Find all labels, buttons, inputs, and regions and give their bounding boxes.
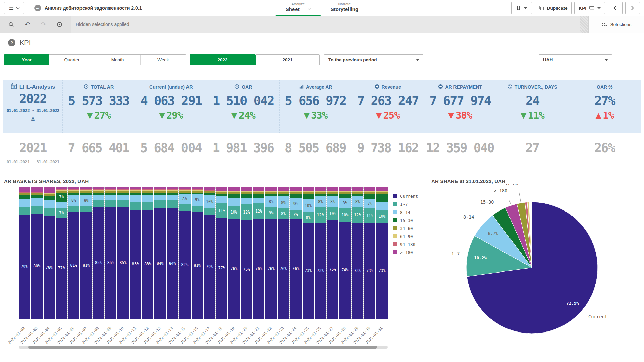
comparison-dropdown[interactable]: To the previous period	[324, 54, 423, 65]
bar-column[interactable]: 8%12%73%	[315, 187, 326, 319]
bar-segment[interactable]	[142, 193, 154, 195]
bar-segment[interactable]	[303, 187, 314, 191]
bar-segment[interactable]	[339, 187, 351, 191]
bar-segment[interactable]	[142, 195, 154, 202]
bar-segment[interactable]	[228, 194, 240, 198]
legend-item-31-60[interactable]: 31-60	[393, 224, 418, 232]
bar-column[interactable]: 8%12%73%	[352, 187, 363, 319]
bar-column[interactable]: 84%	[154, 187, 166, 319]
bar-segment[interactable]	[179, 204, 191, 211]
bar-segment[interactable]: 76%	[265, 219, 277, 319]
bar-segment[interactable]	[290, 187, 302, 191]
bar-segment[interactable]	[303, 194, 314, 199]
bar-column[interactable]: 12%76%	[253, 187, 265, 319]
bar-segment[interactable]	[130, 193, 141, 195]
bar-segment[interactable]	[19, 187, 30, 192]
legend-item-8-14[interactable]: 8-14	[393, 208, 418, 216]
bar-segment[interactable]	[265, 187, 277, 191]
filter-button-week[interactable]: Week	[140, 55, 186, 65]
bar-segment[interactable]	[19, 195, 30, 199]
year-button-2021[interactable]: 2021	[256, 54, 320, 65]
bar-column[interactable]: 85%	[93, 187, 104, 319]
bar-segment[interactable]: 78%	[44, 216, 55, 319]
bar-segment[interactable]	[19, 199, 30, 207]
global-menu-button[interactable]: ☰	[4, 2, 24, 14]
bar-segment[interactable]: 10%	[303, 199, 314, 212]
bar-segment[interactable]: 84%	[167, 208, 178, 319]
bar-segment[interactable]	[204, 187, 215, 190]
selections-tool-button[interactable]: Selections	[588, 16, 644, 33]
bar-segment[interactable]: 76%	[290, 219, 302, 319]
bar-segment[interactable]	[241, 198, 252, 204]
bar-segment[interactable]	[315, 187, 326, 191]
bar-segment[interactable]: 73%	[303, 223, 314, 319]
bar-column[interactable]: 9%81%	[192, 187, 203, 319]
bar-segment[interactable]: 8%	[179, 194, 191, 204]
bar-segment[interactable]: 76%	[278, 219, 289, 319]
help-icon[interactable]: ?	[8, 39, 15, 46]
bar-segment[interactable]: 11%	[216, 203, 227, 218]
bar-segment[interactable]	[290, 194, 302, 198]
bar-segment[interactable]	[265, 194, 277, 197]
bar-column[interactable]: 10%73%	[376, 187, 388, 319]
bar-column[interactable]: 12%75%	[241, 187, 252, 319]
bar-segment[interactable]: 8%	[339, 198, 351, 208]
bar-segment[interactable]	[117, 200, 129, 207]
bar-segment[interactable]	[93, 195, 104, 200]
scrollbar-thumb[interactable]	[28, 346, 377, 349]
bar-column[interactable]: 8%10%75%	[327, 187, 338, 319]
bar-segment[interactable]	[105, 200, 116, 207]
bar-column[interactable]: 8%82%	[179, 187, 191, 319]
bar-segment[interactable]	[364, 187, 375, 191]
bar-column[interactable]: 83%	[130, 187, 141, 319]
bar-segment[interactable]: 8%	[303, 212, 314, 223]
bar-segment[interactable]	[253, 198, 265, 203]
bar-segment[interactable]: 10%	[339, 208, 351, 222]
bar-segment[interactable]	[327, 194, 338, 197]
bar-segment[interactable]: 7%	[364, 199, 375, 208]
bar-column[interactable]: 8%10%74%	[339, 187, 351, 319]
next-sheet-button[interactable]	[625, 2, 640, 14]
legend-item-91-180[interactable]: 91-180	[393, 240, 418, 248]
filter-button-month[interactable]: Month	[95, 55, 140, 65]
bar-segment[interactable]	[253, 187, 265, 191]
bar-segment[interactable]	[216, 196, 227, 203]
bar-segment[interactable]	[278, 194, 289, 197]
bar-segment[interactable]: 79%	[19, 215, 30, 319]
bar-segment[interactable]	[216, 194, 227, 197]
bar-segment[interactable]: 81%	[68, 212, 79, 319]
bar-segment[interactable]: 73%	[376, 223, 388, 319]
bar-column[interactable]: 10%79%	[204, 187, 215, 319]
bar-segment[interactable]: 79%	[204, 215, 215, 319]
bar-segment[interactable]	[376, 202, 388, 210]
bar-segment[interactable]: 9%	[192, 194, 203, 206]
bar-segment[interactable]: 12%	[352, 207, 363, 223]
bar-segment[interactable]	[167, 200, 178, 208]
bar-segment[interactable]	[56, 202, 67, 208]
bar-segment[interactable]: 12%	[253, 203, 265, 219]
bar-column[interactable]: 8%81%	[68, 187, 79, 319]
legend-item-61-90[interactable]: 61-90	[393, 232, 418, 240]
bar-segment[interactable]: 8%	[68, 195, 79, 205]
bar-segment[interactable]: 10%	[204, 195, 215, 208]
bar-segment[interactable]	[31, 187, 43, 192]
bar-column[interactable]: 8%9%76%	[265, 187, 277, 319]
bar-segment[interactable]: 75%	[327, 220, 338, 319]
bar-segment[interactable]	[93, 200, 104, 207]
bar-column[interactable]: 83%	[142, 187, 154, 319]
bar-segment[interactable]: 9%	[265, 207, 277, 219]
previous-sheet-button[interactable]	[608, 2, 623, 14]
bar-segment[interactable]	[228, 187, 240, 191]
bar-segment[interactable]	[352, 194, 363, 197]
bar-segment[interactable]	[167, 195, 178, 200]
bar-segment[interactable]	[44, 208, 55, 216]
bar-column[interactable]: 79%	[19, 187, 30, 319]
bar-segment[interactable]	[117, 193, 129, 195]
bar-segment[interactable]: 83%	[142, 210, 154, 319]
bar-segment[interactable]: 77%	[216, 218, 227, 319]
bar-column[interactable]: 78%	[44, 187, 55, 319]
bar-segment[interactable]: 77%	[56, 218, 67, 319]
bar-segment[interactable]: 7%	[56, 208, 67, 218]
bar-segment[interactable]: 73%	[315, 223, 326, 319]
bar-segment[interactable]: 7%	[290, 210, 302, 219]
